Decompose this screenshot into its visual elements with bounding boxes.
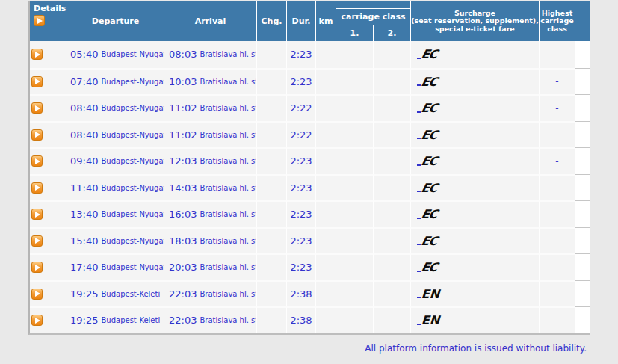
row-details-button[interactable] <box>31 209 43 220</box>
train-type-link[interactable]: EC <box>417 47 437 61</box>
train-type-link[interactable]: EC <box>417 154 437 168</box>
train-type-link[interactable]: EN <box>417 313 439 327</box>
duration-value: 2:23 <box>290 49 312 60</box>
departure-time: 13:40 <box>70 209 98 220</box>
row-details-button[interactable] <box>31 129 43 141</box>
departure-cell: 11:40 Budapest-Nyugati <box>67 174 164 201</box>
highest-class-cell: - <box>540 200 575 227</box>
arrival-station: Bratislava hl. st. <box>200 210 257 218</box>
row-details-button[interactable] <box>31 155 43 167</box>
class-2-cell <box>374 121 411 148</box>
duration-cell: 2:23 <box>287 253 316 280</box>
departure-time: 09:40 <box>70 155 98 167</box>
train-type-link[interactable]: EC <box>417 101 437 115</box>
header-surcharge: Surcharge (seat reservation, supplement)… <box>411 1 540 41</box>
km-cell <box>316 147 336 174</box>
row-details-button[interactable] <box>31 289 43 300</box>
details-cell <box>30 306 67 333</box>
arrival-time: 14:03 <box>169 182 197 194</box>
class-1-cell <box>336 147 374 174</box>
empty-cell <box>575 253 590 280</box>
play-icon <box>35 185 40 191</box>
row-details-button[interactable] <box>31 182 43 194</box>
header-changes: Chg. <box>257 1 287 41</box>
row-details-button[interactable] <box>31 76 43 87</box>
departure-station: Budapest-Nyugati <box>101 184 164 192</box>
class-2-cell <box>374 94 411 121</box>
play-icon <box>35 132 40 138</box>
empty-cell <box>575 227 590 254</box>
train-type-logo: EC <box>420 207 439 221</box>
empty-cell <box>575 121 590 148</box>
km-cell <box>316 253 336 280</box>
train-type-logo: EC <box>420 234 439 248</box>
timetable-row: 19:25 Budapest-Keleti 22:03 Bratislava h… <box>30 306 590 333</box>
train-type-link[interactable]: EC <box>417 207 437 221</box>
timetable-row: 17:40 Budapest-Nyugati 20:03 Bratislava … <box>30 253 590 280</box>
departure-station: Budapest-Nyugati <box>101 210 164 218</box>
train-type-logo: EC <box>420 154 439 168</box>
departure-time: 08:40 <box>70 102 98 114</box>
details-cell <box>30 121 67 148</box>
arrival-station: Bratislava hl. st. <box>200 237 257 245</box>
class-1-cell <box>336 41 374 68</box>
row-details-button[interactable] <box>31 235 43 247</box>
duration-cell: 2:23 <box>287 147 316 174</box>
changes-cell <box>257 306 287 333</box>
header-carriage-class: carriage class <box>336 9 410 25</box>
header-km: km <box>316 1 336 41</box>
timetable-row: 07:40 Budapest-Nyugati 10:03 Bratislava … <box>30 68 590 95</box>
row-details-button[interactable] <box>31 262 43 273</box>
arrival-cell: 22:03 Bratislava hl. st. <box>164 306 257 333</box>
empty-cell <box>575 147 590 174</box>
highest-class-cell: - <box>540 174 575 201</box>
details-cell <box>30 253 67 280</box>
row-details-button[interactable] <box>31 49 43 60</box>
departure-cell: 17:40 Budapest-Nyugati <box>67 253 164 280</box>
departure-cell: 07:40 Budapest-Nyugati <box>67 68 164 95</box>
surcharge-cell: EN <box>411 306 540 333</box>
departure-time: 17:40 <box>70 262 98 273</box>
timetable-row: 08:40 Budapest-Nyugati 11:02 Bratislava … <box>30 121 590 148</box>
class-1-cell <box>336 280 374 307</box>
duration-value: 2:23 <box>290 262 312 273</box>
timetable-page: Details Departure Arrival Chg. Dur. km c… <box>0 0 618 364</box>
train-type-link[interactable]: EC <box>417 181 437 195</box>
train-type-link[interactable]: EC <box>417 234 437 248</box>
km-cell <box>316 121 336 148</box>
play-icon <box>35 158 40 164</box>
class-2-cell <box>374 227 411 254</box>
details-cell <box>30 174 67 201</box>
arrival-station: Bratislava hl. st. <box>200 157 257 165</box>
header-details-label: Details <box>34 4 66 13</box>
empty-cell <box>575 68 590 95</box>
departure-station: Budapest-Nyugati <box>101 131 164 139</box>
surcharge-cell: EC <box>411 227 540 254</box>
train-type-link[interactable]: EC <box>417 128 437 142</box>
class-2-cell <box>374 306 411 333</box>
header-empty-column <box>575 1 590 41</box>
row-details-button[interactable] <box>31 102 43 114</box>
details-cell <box>30 147 67 174</box>
departure-time: 08:40 <box>70 129 98 141</box>
class-2-cell <box>374 253 411 280</box>
duration-value: 2:22 <box>290 129 312 141</box>
arrival-cell: 16:03 Bratislava hl. st. <box>164 200 257 227</box>
train-type-link[interactable]: EN <box>417 287 439 301</box>
empty-cell <box>575 41 590 68</box>
timetable-row: 13:40 Budapest-Nyugati 16:03 Bratislava … <box>30 200 590 227</box>
class-1-cell <box>336 253 374 280</box>
header-arrival: Arrival <box>164 1 257 41</box>
expand-all-details-button[interactable] <box>34 15 45 26</box>
arrival-time: 08:03 <box>169 49 197 60</box>
km-cell <box>316 68 336 95</box>
class-1-cell <box>336 68 374 95</box>
departure-cell: 05:40 Budapest-Nyugati <box>67 41 164 68</box>
surcharge-cell: EC <box>411 174 540 201</box>
departure-cell: 19:25 Budapest-Keleti <box>67 306 164 333</box>
train-type-link[interactable]: EC <box>417 75 437 89</box>
departure-cell: 08:40 Budapest-Nyugati <box>67 94 164 121</box>
row-details-button[interactable] <box>31 315 43 326</box>
train-type-link[interactable]: EC <box>417 260 437 274</box>
duration-value: 2:22 <box>290 102 312 114</box>
